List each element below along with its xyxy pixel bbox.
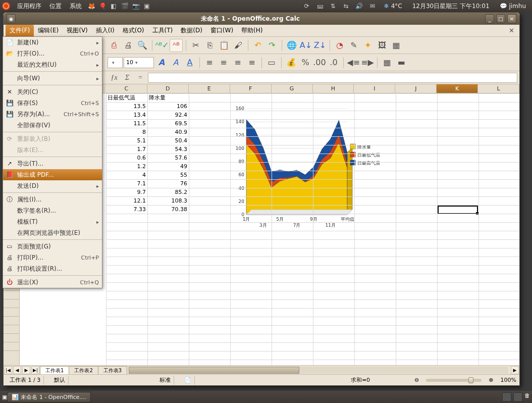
col-header-F[interactable]: F — [230, 84, 272, 93]
align-right-icon[interactable]: ≡ — [231, 56, 244, 69]
cell[interactable]: 50.4 — [147, 136, 189, 145]
cell[interactable]: 0.6 — [106, 154, 147, 162]
ubuntu-logo-icon[interactable] — [2, 2, 10, 10]
mail-icon[interactable]: ✉ — [368, 2, 377, 11]
menu-save[interactable]: 💾保存(S)Ctrl+S — [3, 97, 102, 109]
sort-asc-icon[interactable]: A↓ — [299, 39, 312, 52]
col-header-C[interactable]: C — [106, 84, 147, 93]
cell[interactable]: 5.1 — [106, 136, 147, 145]
sheet-tab-3[interactable]: 工作表3 — [98, 366, 127, 374]
panel-system-menu[interactable]: 系统 — [66, 1, 86, 12]
menu-print[interactable]: 🖨打印(P)...Ctrl+P — [3, 252, 102, 263]
cell[interactable]: 1.2 — [106, 162, 147, 171]
menu-template[interactable]: 模板(T) — [3, 216, 102, 227]
usb-icon[interactable]: ⇅ — [329, 2, 338, 11]
align-left-icon[interactable]: ≡ — [203, 56, 216, 69]
menu-webpreview[interactable]: 在网页浏览器中预览(E) — [3, 227, 102, 238]
panel-apps-menu[interactable]: 应用程序 — [13, 1, 45, 12]
print-icon[interactable]: 🖨 — [122, 39, 135, 52]
italic-icon[interactable]: A — [169, 56, 182, 69]
merge-cells-icon[interactable]: ▭ — [265, 56, 278, 69]
tab-first-icon[interactable]: |◀ — [4, 366, 12, 374]
embedded-chart[interactable]: 0204060801001201401601月3月5月7月9月11月平均值降水量… — [226, 104, 388, 235]
menu-export-pdf[interactable]: 📕输出成 PDF... — [3, 169, 102, 180]
zoom-slider[interactable] — [426, 379, 482, 382]
zoom-percent[interactable]: 100% — [501, 377, 516, 383]
network-icon[interactable]: ⇆ — [342, 2, 351, 11]
col-header-L[interactable]: L — [478, 84, 519, 93]
cell[interactable]: 108.3 — [147, 196, 189, 205]
cell[interactable]: 13.5 — [106, 102, 147, 111]
menu-export[interactable]: ↗导出(T)... — [3, 158, 102, 169]
cell[interactable]: 85.2 — [147, 188, 189, 196]
cells-area[interactable]: 0204060801001201401601月3月5月7月9月11月平均值降水量… — [106, 93, 519, 365]
cell[interactable]: 4 — [106, 171, 147, 179]
menu-send[interactable]: 发送(D) — [3, 180, 102, 191]
navigator-icon[interactable]: ✦ — [361, 39, 375, 52]
decimal-add-icon[interactable]: .00 — [313, 56, 326, 69]
terminal-icon[interactable]: ▣ — [142, 2, 151, 11]
weather-temp[interactable]: ❄ 4°C — [380, 2, 406, 11]
cell[interactable]: 12.1 — [106, 196, 147, 205]
cell[interactable]: 降水量 — [147, 93, 189, 102]
window-menu-icon[interactable]: ◉ — [7, 14, 16, 23]
app-icon[interactable]: ◧ — [109, 2, 118, 11]
cell[interactable]: 9.7 — [106, 188, 147, 196]
zoom-out-icon[interactable]: ⊖ — [414, 377, 419, 383]
menu-file[interactable]: 文件(F) — [6, 25, 34, 36]
show-desktop-icon[interactable]: ▣ — [2, 394, 7, 400]
cell[interactable]: 1.7 — [106, 145, 147, 154]
menu-properties[interactable]: ⓘ属性(I)... — [3, 194, 102, 205]
status-sig-icon[interactable]: 📄 — [181, 376, 195, 385]
doc-close-icon[interactable]: ✕ — [506, 27, 517, 34]
menu-wizard[interactable]: 向导(W) — [3, 73, 102, 84]
col-header-D[interactable]: D — [147, 84, 189, 93]
col-header-J[interactable]: J — [395, 84, 437, 93]
bgcolor-icon[interactable]: ▬ — [395, 56, 408, 69]
undo-icon[interactable]: ↶ — [251, 39, 264, 52]
align-justify-icon[interactable]: ≡ — [245, 56, 258, 69]
autospell-icon[interactable]: ᴬᴮ — [170, 39, 183, 52]
cell[interactable]: 92.4 — [147, 111, 189, 119]
preview-icon[interactable]: 🔍 — [136, 39, 149, 52]
cell[interactable]: 57.6 — [147, 154, 189, 162]
menu-open[interactable]: 📂打开(O)...Ctrl+O — [3, 48, 102, 59]
equals-icon[interactable]: = — [135, 73, 146, 83]
sheet-tab-2[interactable]: 工作表2 — [69, 366, 98, 374]
titlebar[interactable]: ◉ 未命名 1 - OpenOffice.org Calc _ □ ✕ — [4, 13, 519, 25]
horizontal-scrollbar[interactable] — [129, 367, 508, 374]
menu-recent[interactable]: 最近的文档(U) — [3, 59, 102, 70]
volume-icon[interactable]: 🔊 — [355, 2, 364, 11]
gallery-icon[interactable]: 🖼 — [376, 39, 389, 52]
copy-icon[interactable]: ⎘ — [203, 39, 217, 52]
indent-dec-icon[interactable]: ◀≡ — [347, 56, 360, 69]
menu-printer[interactable]: 🖨打印机设置(R)... — [3, 263, 102, 274]
cell[interactable]: 54.3 — [147, 145, 189, 154]
draw-icon[interactable]: ✎ — [347, 39, 360, 52]
cell[interactable]: 11.5 — [106, 119, 147, 128]
menu-help[interactable]: 帮助(H) — [237, 25, 267, 36]
cell[interactable]: 7.33 — [106, 205, 147, 214]
cell[interactable]: 7.1 — [106, 179, 147, 188]
cell[interactable]: 日最低气温 — [106, 93, 147, 102]
menu-pagepreview[interactable]: ▭页面预览(G) — [3, 241, 102, 252]
datasource-icon[interactable]: ▦ — [390, 39, 403, 52]
spellcheck-icon[interactable]: ᴬᴮ✓ — [155, 39, 169, 52]
video-icon[interactable]: 🎬 — [120, 2, 129, 11]
tab-prev-icon[interactable]: ◀ — [13, 366, 21, 374]
taskbar-item[interactable]: 📊 未命名 1 - OpenOffice.... — [7, 392, 91, 402]
update-icon[interactable]: ⟳ — [302, 2, 311, 11]
col-header-G[interactable]: G — [272, 84, 313, 93]
decimal-remove-icon[interactable]: .0 — [327, 56, 340, 69]
percent-icon[interactable]: % — [299, 56, 312, 69]
menu-tools[interactable]: 工具(T) — [148, 25, 177, 36]
zoom-in-icon[interactable]: ⊕ — [489, 377, 493, 383]
cut-icon[interactable]: ✂ — [189, 39, 202, 52]
export-pdf-icon[interactable]: ⎙ — [108, 39, 121, 52]
menu-saveall[interactable]: 全部保存(V) — [3, 120, 102, 131]
firefox-icon[interactable]: 🦊 — [87, 2, 96, 11]
font-name-combo[interactable]: ▾ — [108, 57, 123, 68]
font-size-combo[interactable]: 10▾ — [124, 57, 154, 68]
indent-inc-icon[interactable]: ≡▶ — [361, 56, 374, 69]
col-header-I[interactable]: I — [354, 84, 395, 93]
